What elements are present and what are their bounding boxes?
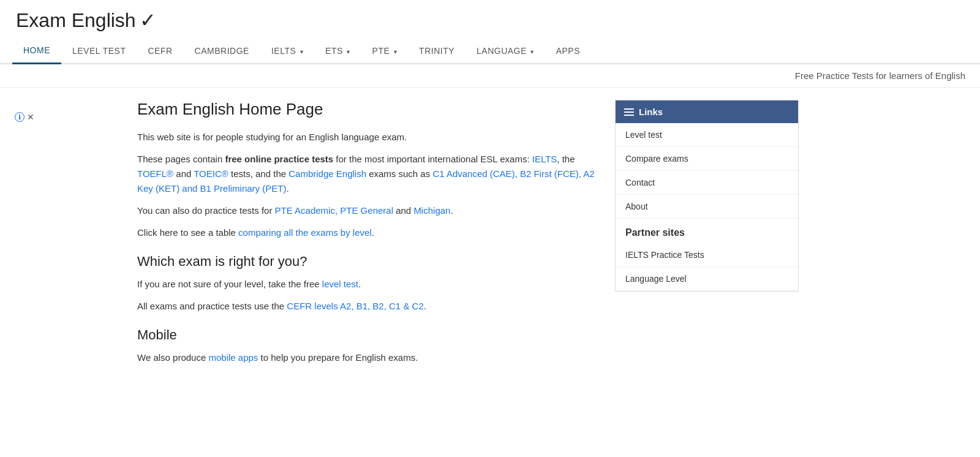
article-para7: We also produce mobile apps to help you … bbox=[137, 350, 603, 365]
ad-area: ℹ ✕ bbox=[15, 100, 125, 372]
chevron-down-icon: ▾ bbox=[391, 48, 397, 55]
toefl-link[interactable]: TOEFL® bbox=[137, 168, 173, 179]
nav-item-home[interactable]: HOME bbox=[12, 38, 61, 64]
article-para2: These pages contain free online practice… bbox=[137, 152, 603, 196]
site-checkmark: ✓ bbox=[140, 9, 156, 31]
nav-item-language[interactable]: LANGUAGE ▾ bbox=[466, 39, 545, 63]
nav-item-apps[interactable]: APPS bbox=[545, 39, 591, 63]
links-header-label: Links bbox=[639, 107, 663, 117]
nav-item-ets[interactable]: ETS ▾ bbox=[314, 39, 361, 63]
nav-item-cambridge[interactable]: CAMBRIDGE bbox=[184, 39, 260, 63]
article-para3: You can also do practice tests for PTE A… bbox=[137, 203, 603, 218]
toeic-link[interactable]: TOEIC® bbox=[194, 168, 228, 179]
main-nav: HOMELEVEL TESTCEFRCAMBRIDGEIELTS ▾ETS ▾P… bbox=[0, 38, 980, 64]
sidebar-link-1[interactable]: Compare exams bbox=[616, 147, 798, 171]
chevron-down-icon: ▾ bbox=[298, 48, 303, 55]
article-para1: This web site is for people studying for… bbox=[137, 130, 603, 145]
links-header: Links bbox=[616, 100, 798, 123]
nav-item-pte[interactable]: PTE ▾ bbox=[361, 39, 409, 63]
chevron-down-icon: ▾ bbox=[345, 48, 350, 55]
ielts-link[interactable]: IELTS bbox=[532, 154, 557, 164]
cefr-levels-link[interactable]: CEFR levels A2, B1, B2, C1 & C2 bbox=[287, 301, 423, 311]
links-box: Links Level testCompare examsContactAbou… bbox=[615, 100, 799, 292]
header: Exam English✓ bbox=[0, 0, 980, 32]
article-para5: If you are not sure of your level, take … bbox=[137, 277, 603, 292]
article: Exam English Home Page This web site is … bbox=[137, 100, 603, 372]
pte-link[interactable]: PTE Academic, PTE General bbox=[275, 205, 393, 216]
menu-icon bbox=[624, 108, 634, 116]
partner-link-1[interactable]: Language Level bbox=[616, 267, 798, 291]
sidebar-link-0[interactable]: Level test bbox=[616, 123, 798, 147]
sidebar-link-3[interactable]: About bbox=[616, 195, 798, 219]
nav-item-ielts[interactable]: IELTS ▾ bbox=[260, 39, 314, 63]
ad-info-icon[interactable]: ℹ bbox=[15, 112, 24, 122]
site-title-text: Exam English bbox=[16, 9, 136, 31]
tagline: Free Practice Tests for learners of Engl… bbox=[0, 64, 980, 88]
chevron-down-icon: ▾ bbox=[529, 48, 534, 55]
partners-list: IELTS Practice TestsLanguage Level bbox=[616, 243, 798, 291]
nav-item-cefr[interactable]: CEFR bbox=[137, 39, 183, 63]
which-exam-heading: Which exam is right for you? bbox=[137, 254, 603, 270]
mobile-apps-link[interactable]: mobile apps bbox=[208, 352, 258, 363]
ad-close-icon[interactable]: ✕ bbox=[27, 112, 34, 122]
sidebar-link-2[interactable]: Contact bbox=[616, 171, 798, 195]
article-para6: All exams and practice tests use the CEF… bbox=[137, 299, 603, 314]
site-title: Exam English✓ bbox=[12, 9, 968, 32]
article-heading: Exam English Home Page bbox=[137, 100, 603, 119]
michigan-link[interactable]: Michigan bbox=[413, 205, 450, 216]
partner-sites-heading: Partner sites bbox=[616, 219, 798, 243]
level-test-link[interactable]: level test bbox=[322, 279, 358, 289]
ad-controls: ℹ ✕ bbox=[15, 112, 125, 122]
mobile-heading: Mobile bbox=[137, 327, 603, 343]
partner-link-0[interactable]: IELTS Practice Tests bbox=[616, 243, 798, 267]
article-para4: Click here to see a table comparing all … bbox=[137, 225, 603, 240]
compare-exams-link[interactable]: comparing all the exams by level bbox=[238, 227, 372, 238]
nav-item-trinity[interactable]: TRINITY bbox=[408, 39, 466, 63]
sidebar: Links Level testCompare examsContactAbou… bbox=[615, 100, 799, 372]
main-content: ℹ ✕ Exam English Home Page This web site… bbox=[0, 88, 980, 385]
cambridge-link[interactable]: Cambridge English bbox=[288, 168, 366, 179]
links-list: Level testCompare examsContactAbout bbox=[616, 123, 798, 219]
nav-item-level-test[interactable]: LEVEL TEST bbox=[61, 39, 137, 63]
